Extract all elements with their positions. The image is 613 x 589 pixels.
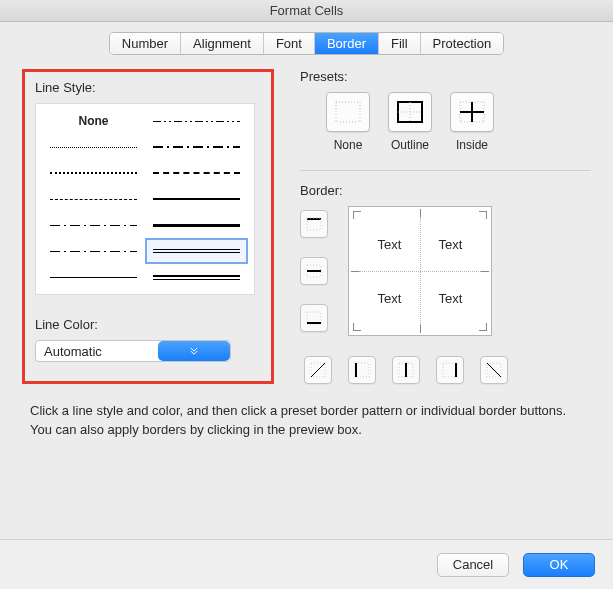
border-middle-v-button[interactable] [392, 356, 420, 384]
line-style-double[interactable] [145, 238, 248, 264]
svg-rect-15 [355, 363, 369, 377]
tab-alignment[interactable]: Alignment [181, 33, 264, 54]
preset-inside[interactable]: Inside [450, 92, 494, 152]
svg-line-14 [311, 363, 325, 377]
line-style-dashdotdot[interactable] [145, 108, 248, 134]
border-bottom-button[interactable] [300, 304, 328, 332]
preview-cell-tl: Text [359, 217, 420, 271]
line-style-dot-med[interactable] [42, 160, 145, 186]
line-style-thick-double[interactable] [145, 264, 248, 290]
tab-fill[interactable]: Fill [379, 33, 421, 54]
presets-label: Presets: [300, 69, 591, 84]
line-style-picker[interactable]: None [35, 103, 255, 295]
line-style-label: Line Style: [35, 80, 261, 95]
tab-font[interactable]: Font [264, 33, 315, 54]
window-title: Format Cells [0, 0, 613, 22]
border-middle-h-button[interactable] [300, 257, 328, 285]
border-diag-down-button[interactable] [480, 356, 508, 384]
line-style-solid-med[interactable] [145, 186, 248, 212]
svg-rect-12 [307, 322, 321, 324]
line-style-dot[interactable] [42, 134, 145, 160]
tab-protection[interactable]: Protection [421, 33, 504, 54]
border-diag-up-button[interactable] [304, 356, 332, 384]
svg-rect-0 [336, 102, 360, 122]
footer: Cancel OK [0, 539, 613, 589]
preset-none[interactable]: None [326, 92, 370, 152]
border-panel: Presets: None Outline Inside [300, 69, 591, 384]
divider [300, 170, 591, 171]
line-style-dashdot-thin[interactable] [42, 238, 145, 264]
preset-none-icon [326, 92, 370, 132]
svg-rect-16 [355, 363, 357, 377]
border-label: Border: [300, 183, 591, 198]
line-style-dashdot-med[interactable] [145, 134, 248, 160]
line-style-solid-thin[interactable] [42, 264, 145, 290]
cancel-button[interactable]: Cancel [437, 553, 509, 577]
ok-button[interactable]: OK [523, 553, 595, 577]
line-style-panel: Line Style: None Line Color: Automatic [22, 69, 274, 384]
line-style-solid-thick[interactable] [145, 212, 248, 238]
line-color-label: Line Color: [35, 317, 261, 332]
border-left-button[interactable] [348, 356, 376, 384]
line-style-dashdot[interactable] [42, 212, 145, 238]
line-style-dash-med[interactable] [145, 160, 248, 186]
border-right-button[interactable] [436, 356, 464, 384]
preset-outline-icon [388, 92, 432, 132]
preset-outline[interactable]: Outline [388, 92, 432, 152]
preview-cell-br: Text [420, 271, 481, 325]
svg-rect-20 [455, 363, 457, 377]
tab-border[interactable]: Border [315, 33, 379, 54]
chevron-down-icon[interactable] [158, 341, 230, 361]
svg-rect-19 [443, 363, 457, 377]
preview-cell-tr: Text [420, 217, 481, 271]
tab-number[interactable]: Number [110, 33, 181, 54]
tab-bar: Number Alignment Font Border Fill Protec… [0, 22, 613, 55]
border-top-button[interactable] [300, 210, 328, 238]
line-color-value: Automatic [36, 344, 158, 359]
svg-line-22 [487, 363, 501, 377]
preview-cell-bl: Text [359, 271, 420, 325]
line-style-dash[interactable] [42, 186, 145, 212]
preset-inside-icon [450, 92, 494, 132]
line-color-select[interactable]: Automatic [35, 340, 231, 362]
help-text: Click a line style and color, and then c… [0, 384, 613, 440]
line-style-none[interactable]: None [42, 108, 145, 134]
border-preview[interactable]: Text Text Text Text [348, 206, 492, 336]
